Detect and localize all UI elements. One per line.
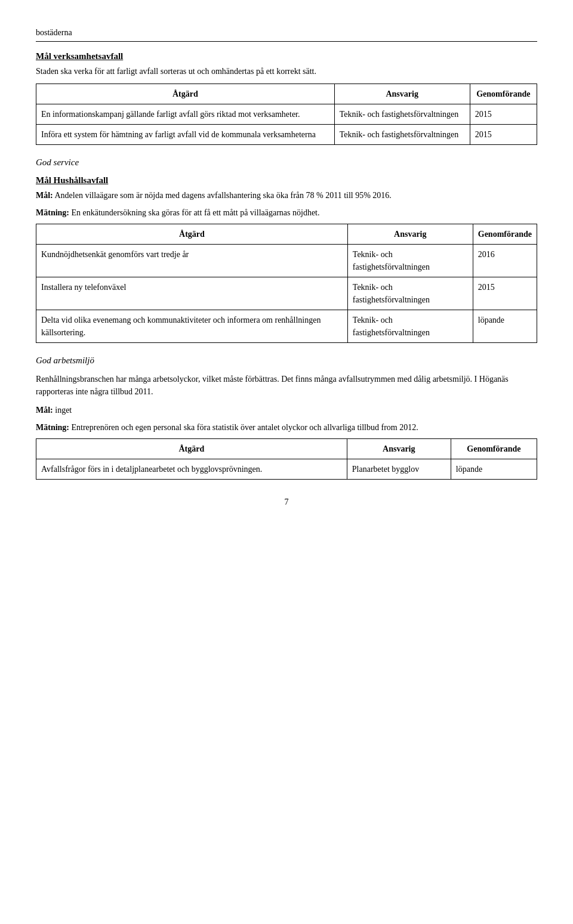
table-cell-ansvarig: Teknik- och fastighetsförvaltningen — [334, 104, 470, 125]
god-service-heading: God service — [36, 156, 537, 169]
god-arbetsmiljo-table: Åtgärd Ansvarig Genomförande Avfallsfråg… — [36, 438, 537, 480]
god-arbetsmiljo-mal: Mål: inget — [36, 404, 537, 416]
gs-table-header-atgard: Åtgärd — [36, 224, 348, 244]
table-cell-ansvarig: Teknik- och fastighetsförvaltningen — [347, 277, 473, 310]
ga-mal-bold: Mål: — [36, 406, 53, 415]
ga-table-header-ansvarig: Ansvarig — [347, 439, 451, 459]
table-row: Installera ny telefonväxelTeknik- och fa… — [36, 277, 537, 310]
ga-table-header-atgard: Åtgärd — [36, 439, 347, 459]
top-table: Åtgärd Ansvarig Genomförande En informat… — [36, 84, 537, 145]
mal-verksamhetsavfall-title: Mål verksamhetsavfall — [36, 51, 537, 61]
table-cell-genomforande: löpande — [451, 459, 537, 480]
bostaderna-cell: bostäderna — [36, 24, 364, 42]
table-row: Införa ett system för hämtning av farlig… — [36, 125, 537, 145]
table-cell-atgard: Avfallsfrågor förs in i detaljplanearbet… — [36, 459, 347, 480]
ga-mal-text: inget — [53, 406, 72, 415]
top-table-header-ansvarig: Ansvarig — [334, 84, 470, 104]
table-cell-atgard: Kundnöjdhetsenkät genomförs vart tredje … — [36, 244, 348, 277]
mal-text: Andelen villaägare som är nöjda med dage… — [53, 191, 392, 200]
table-row: Delta vid olika evenemang och kommunakti… — [36, 310, 537, 342]
table-cell-atgard: En informationskampanj gällande farligt … — [36, 104, 335, 125]
table-cell-atgard: Installera ny telefonväxel — [36, 277, 348, 310]
table-cell-genomforande: 2016 — [473, 244, 537, 277]
table-cell-genomforande: 2015 — [470, 125, 537, 145]
matning-bold: Mätning: — [36, 208, 69, 217]
matning-text: Mätning: En enkätundersökning ska göras … — [36, 206, 537, 219]
table-cell-genomforande: 2015 — [470, 104, 537, 125]
god-service-section: God service Mål Hushållsavfall Mål: Ande… — [36, 156, 537, 343]
god-arbetsmiljo-heading: God arbetsmiljö — [36, 354, 537, 367]
ga-matning-text: Entreprenören och egen personal ska föra… — [69, 423, 418, 432]
mal-verksamhetsavfall-section: Mål verksamhetsavfall Staden ska verka f… — [36, 51, 537, 78]
table-cell-genomforande: löpande — [473, 310, 537, 342]
matning-content: En enkätundersökning ska göras för att f… — [69, 208, 319, 217]
god-arbetsmiljo-matning: Mätning: Entreprenören och egen personal… — [36, 421, 537, 434]
table-cell-atgard: Införa ett system för hämtning av farlig… — [36, 125, 335, 145]
table-cell-genomforande: 2015 — [473, 277, 537, 310]
table-cell-atgard: Delta vid olika evenemang och kommunakti… — [36, 310, 348, 342]
gs-table-header-genomforande: Genomförande — [473, 224, 537, 244]
god-arbetsmiljo-intro: Renhållningsbranschen har många arbetsol… — [36, 373, 537, 398]
mal-hushallsavfall-text: Mål: Andelen villaägare som är nöjda med… — [36, 189, 537, 202]
table-cell-ansvarig: Teknik- och fastighetsförvaltningen — [334, 125, 470, 145]
god-arbetsmiljo-section: God arbetsmiljö Renhållningsbranschen ha… — [36, 354, 537, 480]
god-service-table: Åtgärd Ansvarig Genomförande Kundnöjdhet… — [36, 224, 537, 343]
ga-table-header-genomforande: Genomförande — [451, 439, 537, 459]
top-table-header-atgard: Åtgärd — [36, 84, 335, 104]
mal-bold: Mål: — [36, 191, 53, 200]
mal-verksamhetsavfall-subtitle: Staden ska verka för att farligt avfall … — [36, 65, 537, 78]
mal-hushallsavfall-heading: Mål Hushållsavfall — [36, 175, 537, 186]
gs-table-header-ansvarig: Ansvarig — [347, 224, 473, 244]
table-cell-ansvarig: Teknik- och fastighetsförvaltningen — [347, 244, 473, 277]
top-table-header-genomforande: Genomförande — [470, 84, 537, 104]
table-row: En informationskampanj gällande farligt … — [36, 104, 537, 125]
bostaderna-text: bostäderna — [36, 24, 537, 42]
table-cell-ansvarig: Teknik- och fastighetsförvaltningen — [347, 310, 473, 342]
table-row: Avfallsfrågor förs in i detaljplanearbet… — [36, 459, 537, 480]
ga-matning-bold: Mätning: — [36, 423, 69, 432]
table-row: Kundnöjdhetsenkät genomförs vart tredje … — [36, 244, 537, 277]
table-cell-ansvarig: Planarbetet bygglov — [347, 459, 451, 480]
page-number: 7 — [36, 497, 537, 507]
